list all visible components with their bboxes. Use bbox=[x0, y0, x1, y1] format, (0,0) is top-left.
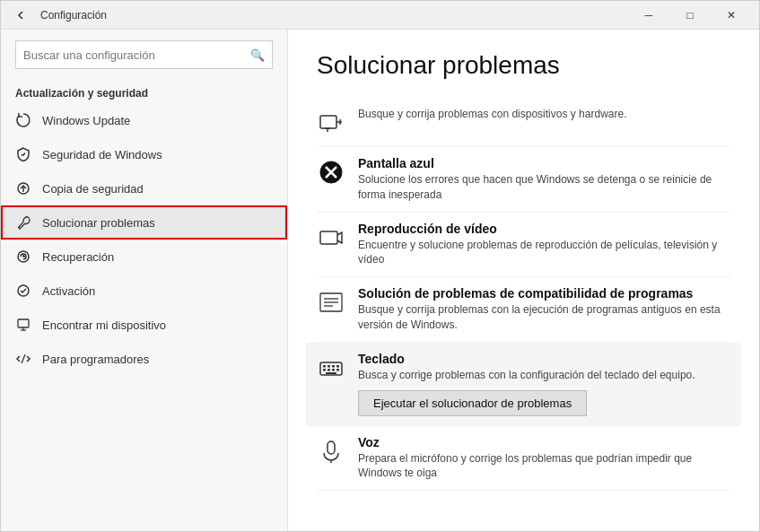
sidebar-item-label: Copia de seguridad bbox=[42, 182, 144, 196]
problem-text-teclado: Teclado Busca y corrige problemas con la… bbox=[358, 352, 695, 416]
svg-rect-10 bbox=[320, 116, 336, 128]
problem-title: Solución de problemas de compatibilidad … bbox=[358, 286, 730, 301]
problem-description: Busque y corrija problemas con dispositi… bbox=[358, 107, 626, 122]
svg-rect-28 bbox=[323, 369, 326, 371]
search-input[interactable] bbox=[23, 48, 250, 62]
search-icon: 🔍 bbox=[250, 48, 265, 62]
svg-rect-26 bbox=[332, 365, 335, 368]
problem-item-video: Reproducción de vídeo Encuentre y soluci… bbox=[317, 213, 730, 278]
shield-icon bbox=[15, 146, 31, 162]
sidebar-item-windows-update[interactable]: Windows Update bbox=[1, 103, 287, 137]
sidebar-item-label: Activación bbox=[42, 284, 95, 298]
problem-title: Teclado bbox=[358, 352, 695, 366]
sidebar-item-encontrar[interactable]: Encontrar mi dispositivo bbox=[1, 308, 287, 342]
titlebar-title: Configuración bbox=[40, 9, 628, 22]
problem-description: Busque y corrija problemas con la ejecuc… bbox=[358, 302, 730, 333]
close-button[interactable]: ✕ bbox=[711, 1, 752, 30]
back-button[interactable] bbox=[8, 3, 33, 28]
problem-item-voz: Voz Prepara el micrófono y corrige los p… bbox=[317, 426, 730, 492]
page-title: Solucionar problemas bbox=[317, 51, 730, 80]
svg-rect-29 bbox=[328, 369, 330, 371]
problem-description: Solucione los errores que hacen que Wind… bbox=[358, 172, 730, 203]
sidebar: 🔍 Actualización y seguridad Windows Upda… bbox=[1, 30, 288, 531]
recovery-icon bbox=[15, 249, 31, 265]
svg-line-1 bbox=[23, 153, 26, 156]
search-box[interactable]: 🔍 bbox=[15, 40, 273, 69]
maximize-button[interactable]: □ bbox=[669, 1, 711, 30]
sidebar-item-activacion[interactable]: Activación bbox=[1, 274, 287, 308]
problem-item-hardware: Busque y corrija problemas con dispositi… bbox=[317, 98, 730, 147]
sidebar-item-seguridad[interactable]: Seguridad de Windows bbox=[1, 137, 287, 171]
window: Configuración ─ □ ✕ 🔍 Actualización y se… bbox=[0, 0, 760, 532]
wrench-icon bbox=[15, 214, 31, 231]
compat-icon bbox=[317, 288, 345, 317]
svg-rect-27 bbox=[336, 365, 339, 368]
problem-title: Pantalla azul bbox=[358, 156, 730, 170]
problem-item-teclado: Teclado Busca y corrige problemas con la… bbox=[306, 343, 741, 426]
minimize-button[interactable]: ─ bbox=[628, 1, 669, 30]
problem-text-compat: Solución de problemas de compatibilidad … bbox=[358, 286, 730, 333]
hardware-icon bbox=[317, 109, 345, 137]
titlebar-controls: ─ □ ✕ bbox=[628, 1, 752, 30]
run-troubleshooter-button[interactable]: Ejecutar el solucionador de problemas bbox=[358, 390, 587, 416]
sidebar-section-title: Actualización y seguridad bbox=[1, 80, 287, 103]
sidebar-item-label: Windows Update bbox=[42, 114, 130, 127]
content-area: 🔍 Actualización y seguridad Windows Upda… bbox=[1, 30, 759, 531]
problem-text-bsod: Pantalla azul Solucione los errores que … bbox=[358, 156, 730, 203]
svg-line-9 bbox=[22, 354, 25, 363]
keyboard-icon bbox=[317, 353, 345, 382]
sidebar-item-programadores[interactable]: Para programadores bbox=[1, 342, 287, 376]
problem-text-video: Reproducción de vídeo Encuentre y soluci… bbox=[358, 222, 730, 268]
svg-rect-30 bbox=[332, 369, 335, 371]
dev-icon bbox=[15, 351, 31, 367]
sidebar-item-label: Seguridad de Windows bbox=[42, 148, 162, 161]
sidebar-item-solucionar[interactable]: Solucionar problemas bbox=[1, 205, 287, 240]
problem-item-bsod: Pantalla azul Solucione los errores que … bbox=[317, 147, 730, 213]
video-icon bbox=[317, 223, 345, 252]
problem-text-voz: Voz Prepara el micrófono y corrige los p… bbox=[358, 435, 730, 482]
svg-rect-24 bbox=[323, 365, 326, 368]
update-icon bbox=[15, 112, 31, 128]
svg-rect-32 bbox=[326, 372, 336, 374]
sidebar-item-label: Para programadores bbox=[42, 353, 149, 366]
problem-description: Encuentre y solucione problemas de repro… bbox=[358, 238, 730, 268]
problem-list: Busque y corrija problemas con dispositi… bbox=[317, 98, 730, 491]
problem-description: Busca y corrige problemas con la configu… bbox=[358, 368, 695, 383]
problem-text-hardware: Busque y corrija problemas con dispositi… bbox=[358, 107, 626, 122]
backup-icon bbox=[15, 180, 31, 196]
problem-title: Reproducción de vídeo bbox=[358, 222, 730, 236]
bsod-icon bbox=[317, 158, 345, 187]
problem-title: Voz bbox=[358, 435, 730, 449]
problem-item-compat: Solución de problemas de compatibilidad … bbox=[317, 277, 730, 343]
sidebar-item-label: Recuperación bbox=[42, 250, 114, 264]
main-panel: Solucionar problemas Busque bbox=[288, 30, 759, 531]
svg-rect-18 bbox=[320, 231, 337, 244]
device-icon bbox=[15, 317, 31, 333]
problem-description: Prepara el micrófono y corrige los probl… bbox=[358, 451, 730, 482]
svg-rect-25 bbox=[328, 365, 330, 368]
sidebar-item-label: Encontrar mi dispositivo bbox=[42, 318, 166, 332]
sidebar-item-copia[interactable]: Copia de seguridad bbox=[1, 171, 287, 205]
sidebar-item-recuperacion[interactable]: Recuperación bbox=[1, 240, 287, 274]
svg-rect-33 bbox=[328, 441, 335, 454]
sidebar-item-label: Solucionar problemas bbox=[42, 216, 155, 230]
svg-rect-6 bbox=[18, 319, 29, 327]
activation-icon bbox=[15, 283, 31, 299]
svg-rect-31 bbox=[336, 369, 339, 371]
titlebar: Configuración ─ □ ✕ bbox=[1, 1, 759, 30]
voice-icon bbox=[317, 437, 345, 466]
